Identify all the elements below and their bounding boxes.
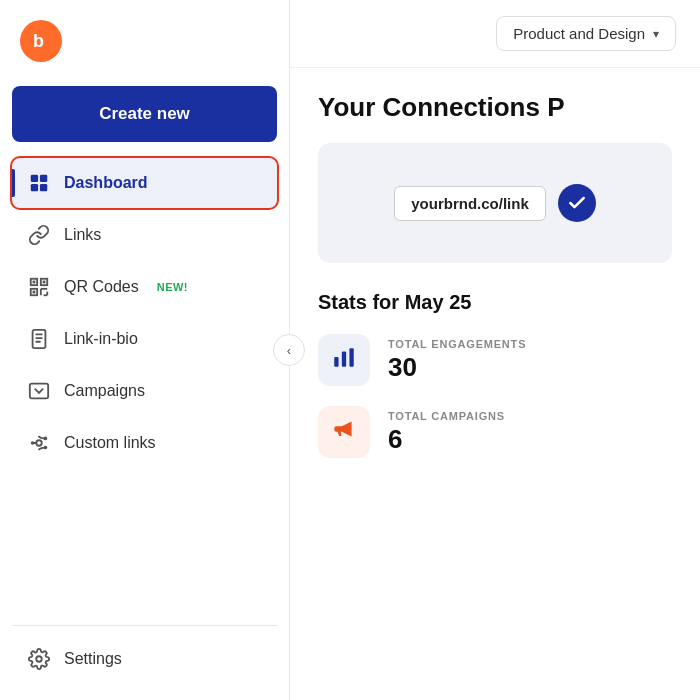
svg-rect-10 — [33, 291, 36, 294]
chevron-down-icon: ▾ — [653, 27, 659, 41]
links-label: Links — [64, 226, 101, 244]
sidebar-item-settings[interactable]: Settings — [12, 634, 277, 684]
workspace-name: Product and Design — [513, 25, 645, 42]
campaigns-value: 6 — [388, 424, 505, 455]
campaigns-info: TOTAL CAMPAIGNS 6 — [388, 410, 505, 455]
svg-rect-2 — [40, 175, 47, 182]
stats-section-title: Stats for May 25 — [318, 291, 672, 314]
link-in-bio-label: Link-in-bio — [64, 330, 138, 348]
dashboard-icon — [28, 172, 50, 194]
custom-links-label: Custom links — [64, 434, 156, 452]
link-in-bio-icon — [28, 328, 50, 350]
link-url-display: yourbrnd.co/link — [394, 186, 546, 221]
campaigns-icon-box — [318, 406, 370, 458]
verified-check-icon — [558, 184, 596, 222]
custom-links-icon — [28, 432, 50, 454]
links-icon — [28, 224, 50, 246]
app-logo: b — [20, 20, 62, 62]
engagements-icon-box — [318, 334, 370, 386]
nav-items: Dashboard Links — [12, 158, 277, 617]
active-indicator — [12, 169, 15, 197]
qr-codes-badge: NEW! — [157, 281, 188, 293]
svg-rect-9 — [43, 281, 46, 284]
sidebar: b Create new Dashboard — [0, 0, 290, 700]
campaigns-label: Campaigns — [64, 382, 145, 400]
sidebar-item-qr-codes[interactable]: QR Codes NEW! — [12, 262, 277, 312]
link-preview: yourbrnd.co/link — [394, 184, 596, 222]
sidebar-item-links[interactable]: Links — [12, 210, 277, 260]
campaigns-label: TOTAL CAMPAIGNS — [388, 410, 505, 422]
engagements-info: TOTAL ENGAGEMENTS 30 — [388, 338, 526, 383]
svg-rect-8 — [33, 281, 36, 284]
campaigns-icon — [28, 380, 50, 402]
svg-rect-1 — [31, 175, 38, 182]
page-title: Your Connections P — [318, 92, 672, 123]
svg-point-22 — [44, 446, 48, 450]
create-new-button[interactable]: Create new — [12, 86, 277, 142]
svg-rect-3 — [31, 184, 38, 191]
settings-icon — [28, 648, 50, 670]
dashboard-label: Dashboard — [64, 174, 148, 192]
qr-codes-icon — [28, 276, 50, 298]
bar-chart-icon — [331, 344, 357, 376]
total-campaigns-stat: TOTAL CAMPAIGNS 6 — [318, 406, 672, 458]
main-scroll-area: Your Connections P yourbrnd.co/link Stat… — [290, 68, 700, 502]
sidebar-item-dashboard[interactable]: Dashboard — [12, 158, 277, 208]
sidebar-divider — [12, 625, 277, 626]
top-bar: Product and Design ▾ — [290, 0, 700, 68]
engagements-label: TOTAL ENGAGEMENTS — [388, 338, 526, 350]
svg-rect-27 — [342, 352, 346, 367]
logo-area: b — [12, 16, 277, 66]
svg-text:b: b — [33, 31, 44, 51]
svg-point-21 — [44, 437, 48, 441]
svg-rect-28 — [349, 348, 353, 366]
sidebar-item-custom-links[interactable]: Custom links — [12, 418, 277, 468]
svg-rect-26 — [334, 357, 338, 367]
svg-rect-19 — [30, 384, 48, 399]
svg-rect-4 — [40, 184, 47, 191]
megaphone-icon — [331, 416, 357, 448]
sidebar-item-link-in-bio[interactable]: Link-in-bio — [12, 314, 277, 364]
qr-codes-label: QR Codes — [64, 278, 139, 296]
sidebar-item-campaigns[interactable]: Campaigns — [12, 366, 277, 416]
workspace-dropdown[interactable]: Product and Design ▾ — [496, 16, 676, 51]
settings-label: Settings — [64, 650, 122, 668]
total-engagements-stat: TOTAL ENGAGEMENTS 30 — [318, 334, 672, 386]
svg-point-25 — [36, 656, 42, 662]
main-content-area: Product and Design ▾ Your Connections P … — [290, 0, 700, 700]
connection-preview-card: yourbrnd.co/link — [318, 143, 672, 263]
collapse-sidebar-button[interactable]: ‹ — [273, 334, 305, 366]
engagements-value: 30 — [388, 352, 526, 383]
